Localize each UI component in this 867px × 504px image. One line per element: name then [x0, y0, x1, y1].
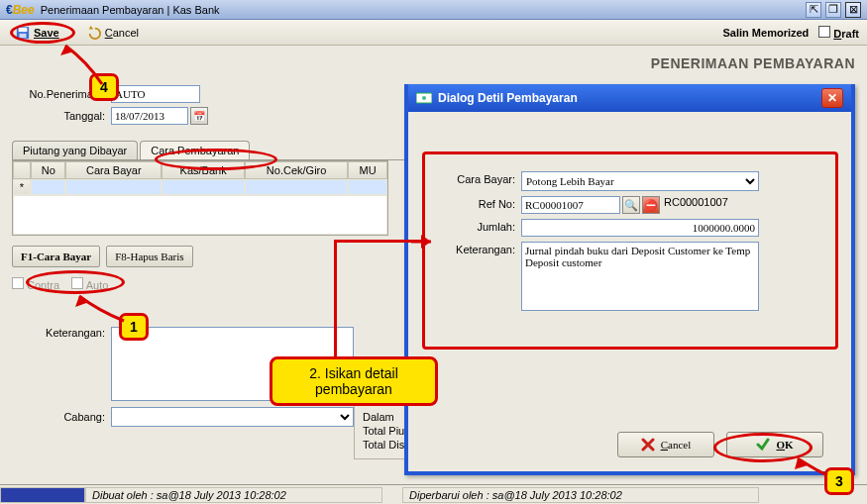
- window-maximize-icon[interactable]: ❐: [825, 2, 841, 18]
- save-icon: [16, 26, 30, 40]
- tanggal-label: Tanggal:: [12, 110, 111, 122]
- dialog-cancel-button[interactable]: Cancel: [617, 432, 714, 457]
- cancel-x-icon: [641, 438, 655, 452]
- save-button[interactable]: Save: [8, 24, 67, 42]
- cabang-select[interactable]: [111, 407, 354, 427]
- dialog-title: Dialog Detil Pembayaran: [438, 91, 578, 105]
- dlg-keterangan-label: Keterangan:: [437, 242, 521, 255]
- window-minimize-icon[interactable]: ⇱: [806, 2, 821, 18]
- payment-grid[interactable]: No Cara Bayar Kas/Bank No.Cek/Giro MU *: [12, 160, 388, 236]
- svg-rect-2: [20, 33, 27, 37]
- draft-checkbox[interactable]: Draft: [818, 26, 859, 40]
- cara-bayar-label: Cara Bayar:: [437, 171, 521, 185]
- jumlah-label: Jumlah:: [437, 219, 521, 233]
- search-icon[interactable]: 🔍: [622, 196, 640, 214]
- clear-icon[interactable]: ⛔: [642, 196, 660, 214]
- dialog-detil-pembayaran: Dialog Detil Pembayaran ✕ Cara Bayar: Po…: [404, 84, 855, 475]
- jumlah-input[interactable]: [521, 219, 759, 237]
- undo-icon: [87, 26, 101, 40]
- dialog-close-button[interactable]: ✕: [821, 88, 843, 108]
- main-toolbar: Save Cancel Salin Memorized Draft: [0, 20, 867, 46]
- window-titlebar: €Bee Penerimaan Pembayaran | Kas Bank ⇱ …: [0, 0, 867, 20]
- contra-checkbox[interactable]: Contra: [12, 279, 59, 291]
- auto-checkbox[interactable]: Auto: [71, 279, 108, 291]
- f1-cara-bayar-button[interactable]: F1-Cara Bayar: [12, 246, 100, 267]
- col-mu: MU: [348, 161, 387, 179]
- keterangan-textarea[interactable]: [111, 327, 354, 401]
- calendar-icon[interactable]: 📅: [190, 107, 208, 125]
- save-label: Save: [34, 27, 59, 39]
- f8-hapus-baris-button[interactable]: F8-Hapus Baris: [106, 246, 192, 267]
- tanggal-input[interactable]: [111, 107, 188, 125]
- svg-rect-1: [19, 27, 28, 31]
- status-indicator: [0, 487, 85, 503]
- dialog-titlebar: Dialog Detil Pembayaran ✕: [408, 84, 851, 112]
- col-no: No: [31, 161, 65, 179]
- keterangan-label: Keterangan:: [12, 327, 111, 339]
- status-bar: Dibuat oleh : sa@18 July 2013 10:28:02 D…: [0, 484, 867, 504]
- cancel-button[interactable]: Cancel: [79, 24, 147, 42]
- check-icon: [756, 438, 770, 452]
- cancel-label: ancel: [113, 27, 139, 39]
- status-updated: Diperbarui oleh : sa@18 July 2013 10:28:…: [402, 487, 759, 503]
- page-header: PENERIMAAN PEMBAYARAN: [12, 55, 855, 71]
- col-cek: No.Cek/Giro: [245, 161, 348, 179]
- window-close-icon[interactable]: ⊠: [845, 2, 861, 18]
- salin-memorized-link[interactable]: Salin Memorized: [723, 27, 810, 39]
- window-title: Penerimaan Pembayaran | Kas Bank: [41, 4, 802, 16]
- dalam-label: Dalam: [363, 411, 394, 423]
- svg-point-5: [422, 96, 426, 100]
- dialog-icon: [416, 90, 432, 106]
- no-penerimaan-input[interactable]: [111, 85, 200, 103]
- dialog-ok-button[interactable]: OK: [726, 432, 823, 457]
- app-logo: €Bee: [6, 3, 35, 17]
- ref-no-input[interactable]: [521, 196, 620, 214]
- col-cara: Cara Bayar: [65, 161, 162, 179]
- ref-no-label: Ref No:: [437, 196, 521, 210]
- grid-row[interactable]: *: [13, 179, 387, 195]
- status-created: Dibuat oleh : sa@18 July 2013 10:28:02: [85, 487, 382, 503]
- cabang-label: Cabang:: [12, 411, 111, 423]
- tab-cara-pembayaran[interactable]: Cara Pembayaran: [140, 141, 250, 159]
- tab-piutang[interactable]: Piutang yang Dibayar: [12, 141, 138, 159]
- total-piut-label: Total Piut: [363, 369, 407, 381]
- annotation-redbox: Cara Bayar: Potong Lebih Bayar Ref No: 🔍…: [422, 151, 838, 350]
- total-d-label: Total D: [363, 383, 396, 395]
- ref-no-display: RC00001007: [664, 196, 728, 208]
- cara-bayar-select[interactable]: Potong Lebih Bayar: [521, 171, 759, 191]
- no-penerimaan-label: No.Penerimaan: [12, 88, 111, 100]
- dlg-keterangan-textarea[interactable]: [521, 242, 759, 311]
- col-kas: Kas/Bank: [162, 161, 245, 179]
